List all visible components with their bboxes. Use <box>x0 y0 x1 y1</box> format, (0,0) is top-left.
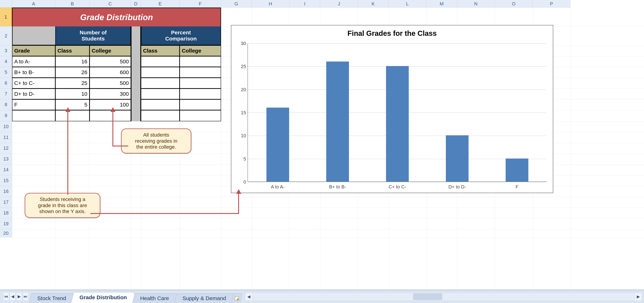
worksheet-grid[interactable]: Grade DistributionNumber ofStudentsPerce… <box>12 7 644 290</box>
tab-nav-next[interactable]: ▶ <box>16 293 22 301</box>
col-header-grade: Grade <box>12 45 55 56</box>
column-header-H[interactable]: H <box>252 0 290 7</box>
sheet-tab[interactable]: Grade Distribution <box>71 292 135 303</box>
row-header-10[interactable]: 10 <box>0 121 12 132</box>
row-header-13[interactable]: 13 <box>0 154 12 164</box>
cell-total-grade[interactable] <box>12 110 55 121</box>
cell-grade[interactable]: B+ to B- <box>12 67 55 78</box>
insert-sheet-icon <box>234 296 239 301</box>
cell-college-pct[interactable] <box>180 99 221 110</box>
horizontal-scrollbar[interactable]: ◀ ▶ <box>245 293 642 301</box>
column-header-A[interactable]: A <box>12 0 55 7</box>
chart-title: Final Grades for the Class <box>231 29 553 37</box>
cell-college-count[interactable]: 500 <box>90 78 131 88</box>
row-header-16[interactable]: 16 <box>0 186 12 197</box>
scroll-right-button[interactable]: ▶ <box>634 293 642 301</box>
row-headers: 1234567891011121314151617181920 <box>0 7 12 237</box>
y-tick: 5 <box>236 156 246 162</box>
column-header-L[interactable]: L <box>388 0 426 7</box>
cell-class-pct[interactable] <box>141 56 180 67</box>
cell-college-count[interactable]: 500 <box>90 56 131 67</box>
row-header-2[interactable]: 2 <box>0 26 12 45</box>
cell-class-pct[interactable] <box>141 67 180 78</box>
column-header-O[interactable]: O <box>495 0 533 7</box>
cell-college-pct[interactable] <box>180 78 221 88</box>
cell-grade[interactable]: F <box>12 99 55 110</box>
bar[interactable] <box>326 61 349 182</box>
cell-college-pct[interactable] <box>180 67 221 78</box>
column-header-I[interactable]: I <box>290 0 320 7</box>
column-header-D[interactable]: D <box>131 0 141 7</box>
col-header-class-pct: Class <box>141 45 180 56</box>
column-header-J[interactable]: J <box>320 0 358 7</box>
cell-class-count[interactable]: 26 <box>55 67 90 78</box>
column-header-E[interactable]: E <box>141 0 180 7</box>
select-all-button[interactable] <box>0 0 12 7</box>
row-header-15[interactable]: 15 <box>0 175 12 186</box>
row-header-3[interactable]: 3 <box>0 45 12 56</box>
row-header-20[interactable]: 20 <box>0 229 12 237</box>
column-header-G[interactable]: G <box>221 0 252 7</box>
row-header-19[interactable]: 19 <box>0 218 12 229</box>
cell-grade[interactable]: D+ to D- <box>12 88 55 99</box>
header-number-of-students: Number ofStudents <box>55 26 131 45</box>
sheet-tab[interactable]: Supply & Demand <box>174 294 234 303</box>
y-tick: 0 <box>236 179 246 185</box>
row-header-6[interactable]: 6 <box>0 78 12 88</box>
cell-total-class[interactable] <box>55 110 90 121</box>
y-tick: 30 <box>236 41 246 46</box>
cell-college-count[interactable]: 300 <box>90 88 131 99</box>
column-header-M[interactable]: M <box>426 0 457 7</box>
row-header-9[interactable]: 9 <box>0 110 12 121</box>
column-header-K[interactable]: K <box>358 0 388 7</box>
sheet-tab-bar: ⏮ ◀ ▶ ⏭ Stock TrendGrade DistributionHea… <box>0 290 644 303</box>
row-header-4[interactable]: 4 <box>0 56 12 67</box>
column-header-F[interactable]: F <box>180 0 221 7</box>
column-header-C[interactable]: C <box>90 0 131 7</box>
scroll-left-button[interactable]: ◀ <box>245 293 252 301</box>
bar[interactable] <box>266 108 289 182</box>
cell-class-pct[interactable] <box>141 78 180 88</box>
row-header-12[interactable]: 12 <box>0 143 12 154</box>
row-header-11[interactable]: 11 <box>0 132 12 143</box>
cell-college-pct[interactable] <box>180 56 221 67</box>
bar[interactable] <box>506 159 528 182</box>
cell-class-count[interactable]: 16 <box>55 56 90 67</box>
row-header-18[interactable]: 18 <box>0 208 12 218</box>
tab-nav-first[interactable]: ⏮ <box>3 293 9 301</box>
cell-college-count[interactable]: 600 <box>90 67 131 78</box>
column-header-P[interactable]: P <box>533 0 570 7</box>
cell-college-pct[interactable] <box>180 88 221 99</box>
cell-class-pct[interactable] <box>141 99 180 110</box>
empty-header <box>12 26 55 45</box>
scroll-track[interactable] <box>252 293 634 301</box>
row-header-1[interactable]: 1 <box>0 7 12 26</box>
tab-nav-prev[interactable]: ◀ <box>10 293 16 301</box>
row-header-17[interactable]: 17 <box>0 197 12 208</box>
y-tick: 25 <box>236 64 246 69</box>
tab-nav-last[interactable]: ⏭ <box>23 293 28 301</box>
cell-class-pct[interactable] <box>141 88 180 99</box>
x-label: D+ to D- <box>448 184 466 190</box>
scroll-thumb[interactable] <box>413 293 442 300</box>
column-header-N[interactable]: N <box>457 0 495 7</box>
cell-grade[interactable]: C+ to C- <box>12 78 55 88</box>
y-tick: 20 <box>236 87 246 92</box>
cell-class-count[interactable]: 25 <box>55 78 90 88</box>
column-header-B[interactable]: B <box>55 0 90 7</box>
sheet-tab[interactable]: Health Care <box>132 294 177 303</box>
cell-class-count[interactable]: 10 <box>55 88 90 99</box>
row-header-7[interactable]: 7 <box>0 88 12 99</box>
row-header-14[interactable]: 14 <box>0 164 12 175</box>
tab-nav-buttons: ⏮ ◀ ▶ ⏭ <box>0 291 30 303</box>
bar[interactable] <box>386 66 409 182</box>
cell-class-count[interactable]: 5 <box>55 99 90 110</box>
cell-grade[interactable]: A to A- <box>12 56 55 67</box>
cell-total-class-pct[interactable] <box>141 110 180 121</box>
cell-total-college-pct[interactable] <box>180 110 221 121</box>
row-header-8[interactable]: 8 <box>0 99 12 110</box>
sheet-tab[interactable]: Stock Trend <box>29 294 74 303</box>
bar[interactable] <box>446 135 468 182</box>
chart-final-grades[interactable]: Final Grades for the Class 051015202530A… <box>231 25 553 193</box>
row-header-5[interactable]: 5 <box>0 67 12 78</box>
